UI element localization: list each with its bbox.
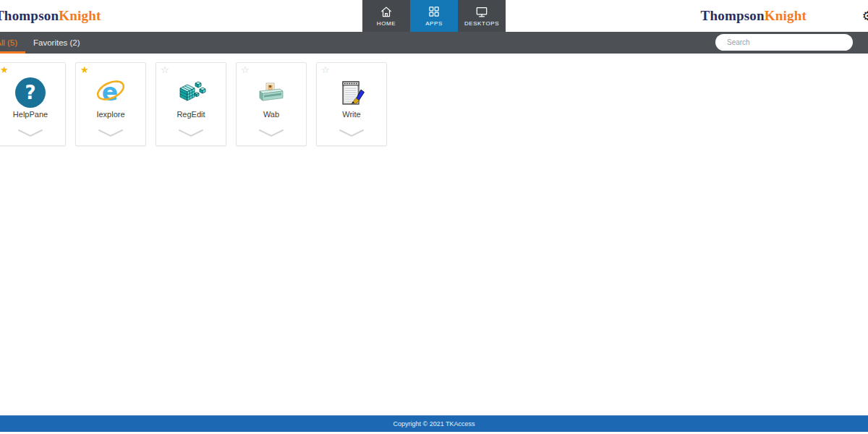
home-icon (380, 5, 393, 18)
chevron-down-icon[interactable] (17, 127, 43, 140)
nav-item-apps[interactable]: APPS (410, 0, 458, 32)
chevron-down-icon[interactable] (178, 127, 204, 140)
tab-favorites-label: Favorites (2) (33, 38, 80, 47)
app-card-wab[interactable]: ☆ Wab (236, 62, 307, 146)
address-book-icon (255, 77, 287, 109)
favorite-star-outline-icon[interactable]: ☆ (161, 64, 169, 77)
brand-primary: Thompson (701, 8, 765, 23)
app-name-label: Write (317, 110, 386, 119)
nav-item-desktops[interactable]: DESKTOPS (458, 0, 506, 32)
apps-grid: ★ ? HelpPane ★ e Iexplore ☆ RegEdit (0, 54, 868, 415)
app-card-iexplore[interactable]: ★ e Iexplore (75, 62, 146, 146)
brand-primary: Thompson (0, 8, 59, 23)
search-container (715, 34, 853, 51)
brand-logo-right: ThompsonKnight (701, 8, 807, 24)
chevron-down-icon[interactable] (98, 127, 124, 140)
brand-secondary: Knight (59, 8, 101, 23)
favorite-star-icon[interactable]: ★ (80, 64, 89, 77)
internet-explorer-icon: e (95, 77, 127, 109)
desktop-icon (475, 5, 488, 18)
app-name-label: Iexplore (76, 110, 145, 119)
app-card-regedit[interactable]: ☆ RegEdit (156, 62, 226, 146)
app-card-helppane[interactable]: ★ ? HelpPane (0, 62, 66, 146)
tab-all[interactable]: All (5) (0, 32, 25, 54)
nav-item-home[interactable]: HOME (362, 0, 410, 32)
top-header: ThompsonKnight HOME (0, 0, 868, 32)
app-portal-page: ThompsonKnight HOME (0, 0, 868, 434)
svg-text:?: ? (25, 82, 35, 103)
footer-bar: Copyright © 2021 TKAccess (0, 415, 868, 432)
gear-icon[interactable]: ⚙ (862, 10, 868, 22)
main-navigation: HOME APPS (362, 0, 506, 32)
favorite-star-outline-icon[interactable]: ☆ (241, 64, 250, 77)
app-name-label: Wab (237, 110, 306, 119)
brand-logo-left: ThompsonKnight (0, 8, 101, 24)
favorite-star-icon[interactable]: ★ (0, 64, 9, 77)
favorite-star-outline-icon[interactable]: ☆ (321, 64, 330, 77)
apps-grid-icon (427, 5, 441, 18)
app-name-label: RegEdit (156, 110, 226, 119)
help-pane-icon: ? (14, 77, 46, 109)
nav-label-apps: APPS (425, 20, 443, 27)
copyright-text: Copyright © 2021 TKAccess (393, 420, 475, 427)
registry-editor-icon (175, 77, 207, 109)
tab-favorites[interactable]: Favorites (2) (25, 32, 88, 54)
app-card-write[interactable]: ☆ Write (316, 62, 387, 146)
chevron-down-icon[interactable] (258, 127, 284, 140)
search-input[interactable] (715, 34, 853, 51)
nav-label-home: HOME (377, 20, 396, 27)
chevron-down-icon[interactable] (339, 127, 365, 140)
nav-label-desktops: DESKTOPS (464, 20, 499, 27)
app-name-label: HelpPane (0, 110, 65, 119)
tab-bar: All (5) Favorites (2) (0, 32, 868, 54)
write-notepad-icon (336, 77, 367, 109)
tab-all-label: All (5) (0, 38, 17, 47)
brand-secondary: Knight (765, 8, 807, 23)
